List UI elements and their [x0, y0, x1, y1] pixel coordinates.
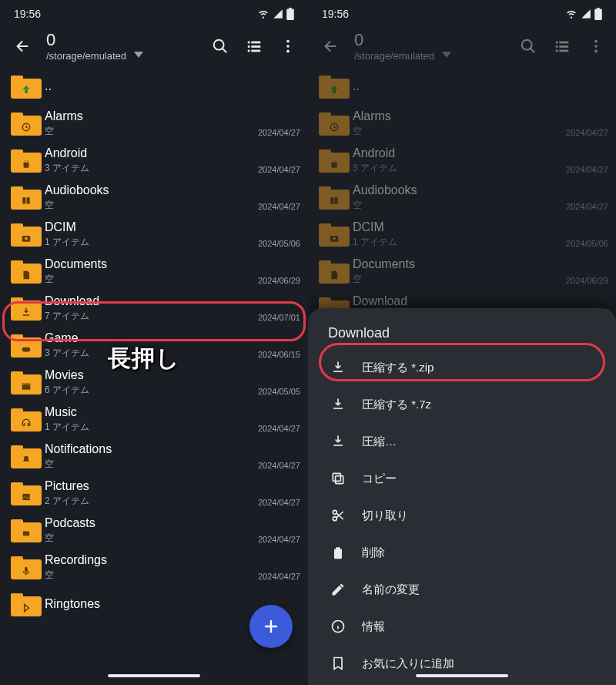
list-item[interactable]: ..	[0, 68, 308, 105]
item-date: 2024/04/27	[258, 165, 300, 174]
folder-icon	[8, 481, 45, 505]
folder-icon	[8, 592, 45, 616]
back-button[interactable]	[8, 31, 38, 62]
list-item[interactable]: Alarms 空 2024/04/27	[0, 105, 308, 142]
download-icon	[330, 397, 346, 412]
item-date: 2024/05/06	[258, 239, 300, 248]
svg-rect-19	[25, 567, 28, 573]
svg-rect-17	[22, 494, 29, 500]
info-icon	[330, 619, 346, 634]
item-name: Audiobooks	[45, 183, 300, 197]
list-item[interactable]: Documents 空 2024/06/29	[0, 253, 308, 290]
svg-rect-4	[251, 45, 260, 48]
back-button[interactable]	[316, 31, 346, 62]
menu-item-label: 圧縮…	[362, 435, 397, 449]
svg-rect-35	[333, 371, 343, 372]
list-icon	[246, 38, 263, 55]
menu-item[interactable]: 圧縮する *.7z	[316, 386, 608, 423]
nav-pill-icon	[416, 674, 508, 677]
view-button[interactable]	[239, 31, 270, 62]
folder-icon	[316, 259, 353, 284]
list-item[interactable]: Android 3 アイテム 2024/04/27	[0, 142, 308, 179]
list-item[interactable]: ..	[308, 68, 616, 105]
svg-point-20	[522, 40, 532, 50]
signal-icon	[273, 8, 283, 19]
list-item[interactable]: DCIM 1 アイテム 2024/05/06	[308, 216, 616, 253]
folder-icon	[8, 333, 45, 358]
list-item[interactable]: DCIM 1 アイテム 2024/05/06	[0, 216, 308, 253]
svg-point-8	[286, 45, 290, 48]
menu-item[interactable]: 情報	[316, 608, 608, 645]
menu-item[interactable]: 圧縮…	[316, 423, 608, 460]
list-item[interactable]: Podcasts 空 2024/04/27	[0, 512, 308, 549]
list-item[interactable]: Android 3 アイテム 2024/04/27	[308, 142, 616, 179]
more-button[interactable]	[581, 31, 611, 62]
search-button[interactable]	[205, 31, 236, 62]
menu-item-label: 名前の変更	[362, 583, 420, 597]
title-block[interactable]: 0 /storage/emulated	[38, 32, 205, 62]
arrow-left-icon	[323, 38, 340, 55]
svg-point-14	[25, 237, 28, 240]
item-name: Alarms	[353, 109, 608, 123]
item-date: 2024/04/27	[566, 128, 608, 137]
app-bar: 0 /storage/emulated	[308, 23, 616, 68]
svg-rect-2	[251, 42, 260, 44]
list-item[interactable]: Recordings 空 2024/04/27	[0, 549, 308, 586]
right-pane: 19:56 0 /storage/emulated	[308, 0, 616, 685]
menu-item-label: 圧縮する *.7z	[362, 398, 431, 412]
view-button[interactable]	[547, 31, 578, 62]
list-item[interactable]: Notifications 空 2024/04/27	[0, 438, 308, 475]
item-date: 2024/04/27	[258, 461, 300, 470]
path-text: /storage/emulated	[46, 50, 126, 62]
item-date: 2024/04/27	[258, 498, 300, 507]
app-bar: 0 /storage/emulated	[0, 23, 308, 68]
item-date: 2024/04/27	[566, 165, 608, 174]
status-icons	[565, 8, 602, 20]
svg-point-7	[286, 40, 290, 43]
menu-item-label: 削除	[362, 546, 385, 560]
item-name: Android	[45, 146, 300, 160]
list-item[interactable]: Pictures 2 アイテム 2024/04/27	[0, 475, 308, 512]
fab-add-button[interactable]	[249, 605, 293, 648]
list-item[interactable]: Download 7 アイテム 2024/07/01	[0, 290, 308, 327]
search-button[interactable]	[513, 31, 544, 62]
svg-rect-6	[251, 50, 260, 52]
nav-bar	[0, 667, 308, 685]
wifi-icon	[565, 8, 578, 19]
item-date: 2024/04/27	[258, 535, 300, 544]
menu-item-label: 情報	[362, 620, 385, 634]
title-block[interactable]: 0 /storage/emulated	[346, 32, 513, 62]
svg-rect-37	[333, 445, 343, 446]
item-date: 2024/05/06	[566, 239, 608, 248]
trash-icon	[330, 545, 346, 560]
item-name: Music	[45, 405, 300, 419]
nav-pill-icon	[108, 674, 200, 677]
more-button[interactable]	[273, 31, 303, 62]
item-date: 2024/07/01	[258, 313, 300, 322]
svg-rect-24	[559, 45, 568, 48]
list-item[interactable]: Music 1 アイテム 2024/04/27	[0, 401, 308, 438]
list-item[interactable]: Documents 空 2024/06/29	[308, 253, 616, 290]
svg-rect-39	[333, 473, 340, 481]
svg-rect-18	[23, 532, 29, 536]
path-text: /storage/emulated	[354, 50, 434, 62]
svg-rect-16	[22, 384, 31, 390]
svg-rect-1	[248, 42, 250, 44]
chevron-down-icon	[442, 52, 451, 58]
arrow-left-icon	[15, 38, 32, 55]
menu-item[interactable]: 圧縮する *.zip	[316, 349, 608, 386]
item-name: Download	[353, 294, 608, 308]
menu-item[interactable]: 名前の変更	[316, 571, 608, 608]
menu-item[interactable]: 削除	[316, 534, 608, 571]
folder-icon	[8, 555, 45, 579]
item-name: Documents	[45, 257, 300, 271]
list-item[interactable]: Audiobooks 空 2024/04/27	[0, 179, 308, 216]
menu-item[interactable]: 切り取り	[316, 497, 608, 534]
search-icon	[520, 38, 537, 55]
menu-item[interactable]: コピー	[316, 460, 608, 497]
list-item[interactable]: Alarms 空 2024/04/27	[308, 105, 616, 142]
list-item[interactable]: Audiobooks 空 2024/04/27	[308, 179, 616, 216]
item-name: Audiobooks	[353, 183, 608, 197]
folder-icon	[316, 222, 353, 247]
item-name: Download	[45, 294, 300, 308]
